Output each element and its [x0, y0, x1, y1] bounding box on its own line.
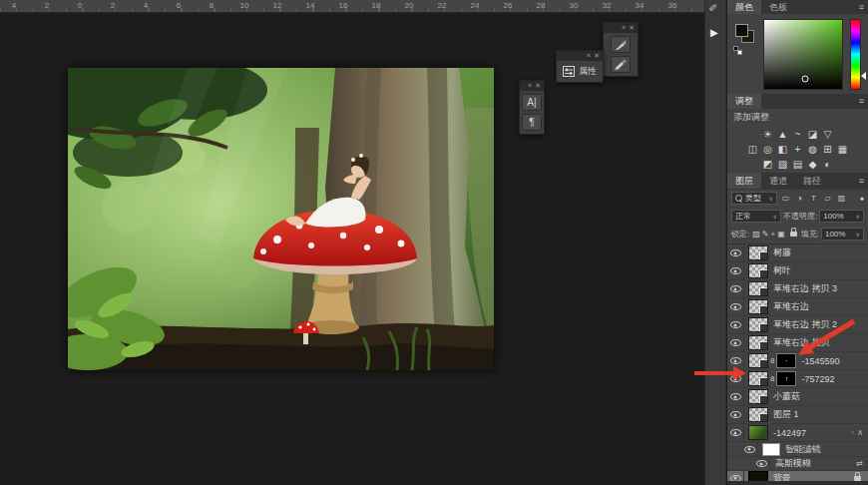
horizontal-ruler[interactable]: 42024681012141618202224262830323436: [0, 0, 704, 13]
visibility-toggle[interactable]: [753, 457, 770, 470]
foreground-color-swatch[interactable]: [735, 24, 748, 37]
blend-mode-select[interactable]: 正常 ∨: [731, 210, 781, 223]
layer-mask-thumbnail[interactable]: ·: [776, 353, 796, 368]
layer-row[interactable]: 高斯模糊⇄: [727, 457, 868, 471]
collapsed-dock-strip[interactable]: ✎ ▶: [704, 0, 726, 485]
visibility-toggle[interactable]: [727, 370, 744, 387]
close-panel-icon[interactable]: ✕: [594, 52, 600, 60]
layer-row[interactable]: -142497◦∧: [727, 424, 868, 442]
visibility-toggle[interactable]: [727, 244, 744, 261]
visibility-toggle[interactable]: [727, 262, 744, 279]
layer-row[interactable]: 小蘑菇: [727, 388, 868, 406]
tab-layers[interactable]: 图层: [727, 173, 761, 189]
layer-thumbnail[interactable]: [748, 263, 768, 278]
filter-pixel-layers-icon[interactable]: ▭: [779, 192, 792, 205]
layer-option-icon[interactable]: ⇄: [856, 459, 863, 468]
visibility-toggle[interactable]: [727, 334, 744, 351]
layer-row[interactable]: 背景: [727, 471, 868, 481]
adjustment-icon[interactable]: ◆: [807, 157, 818, 172]
visibility-toggle[interactable]: [727, 280, 744, 297]
layer-row[interactable]: 草堆右边 拷贝 3: [727, 280, 868, 298]
layer-thumbnail[interactable]: [748, 335, 768, 350]
lock-position-icon[interactable]: +: [771, 230, 776, 239]
layer-row[interactable]: 图层 1: [727, 406, 868, 424]
layer-row[interactable]: 树藤: [727, 244, 868, 262]
tab-adjustments[interactable]: 调整: [727, 94, 761, 109]
layer-thumbnail[interactable]: [748, 353, 768, 368]
close-panel-icon[interactable]: ✕: [629, 24, 635, 32]
panel-menu-icon[interactable]: ≡: [855, 173, 868, 189]
adjustment-icon[interactable]: ◩: [762, 157, 773, 172]
document-area[interactable]: 42024681012141618202224262830323436: [0, 0, 704, 485]
lock-all-icon[interactable]: [790, 232, 797, 237]
opacity-select[interactable]: 100% ∨: [819, 210, 864, 223]
layer-option-icon[interactable]: ◦: [851, 428, 854, 437]
layer-row[interactable]: 8·-1545590: [727, 352, 868, 370]
adjustment-icon[interactable]: ▤: [792, 157, 803, 172]
adjustment-icon[interactable]: ◫: [747, 142, 758, 157]
fill-select[interactable]: 100% ∨: [821, 228, 864, 241]
tab-swatches[interactable]: 色板: [761, 0, 795, 14]
tab-channels[interactable]: 通道: [761, 173, 795, 189]
layer-thumbnail[interactable]: [748, 245, 768, 260]
visibility-toggle[interactable]: [727, 388, 744, 405]
visibility-toggle[interactable]: [727, 471, 744, 481]
tab-paths[interactable]: 路径: [795, 173, 829, 189]
floating-panel-properties[interactable]: « ✕ 属性: [556, 50, 604, 83]
tab-color[interactable]: 颜色: [727, 0, 761, 14]
collapse-panel-icon[interactable]: «: [528, 82, 532, 90]
filter-smart-objects-icon[interactable]: ▥: [835, 192, 848, 205]
layer-thumbnail[interactable]: [748, 471, 768, 482]
paragraph-panel-icon[interactable]: ¶: [522, 114, 542, 131]
visibility-toggle[interactable]: [727, 316, 744, 333]
panel-menu-icon[interactable]: ≡: [855, 94, 868, 109]
hue-slider[interactable]: [850, 19, 861, 90]
link-icon[interactable]: 8: [770, 374, 774, 383]
collapse-panel-icon[interactable]: «: [622, 24, 626, 32]
layer-row[interactable]: 8↑-757292: [727, 370, 868, 388]
adjustment-icon[interactable]: ▦: [837, 142, 848, 157]
layer-thumbnail[interactable]: [762, 443, 780, 456]
visibility-toggle[interactable]: [727, 298, 744, 315]
default-colors-icon[interactable]: [733, 46, 742, 55]
pen-tool-icon[interactable]: ✎: [707, 3, 720, 12]
layer-thumbnail[interactable]: [748, 317, 768, 332]
layer-row[interactable]: 草堆右边 拷贝: [727, 334, 868, 352]
visibility-toggle[interactable]: [727, 352, 744, 369]
hue-slider-handle[interactable]: [861, 72, 866, 80]
expand-panels-icon[interactable]: ▶: [710, 27, 718, 38]
lock-paint-icon[interactable]: ✎: [762, 230, 769, 239]
brush-settings-icon[interactable]: [611, 36, 631, 53]
layer-row[interactable]: 草堆右边: [727, 298, 868, 316]
brushes-icon[interactable]: [611, 56, 631, 73]
layer-filter-toggle[interactable]: ●: [860, 195, 864, 202]
lock-artboard-icon[interactable]: ▣: [777, 230, 785, 239]
floating-panel-brush-group[interactable]: « ✕: [603, 22, 639, 77]
layer-thumbnail[interactable]: [748, 371, 768, 386]
layer-thumbnail[interactable]: [748, 281, 768, 296]
layer-thumbnail[interactable]: [748, 389, 768, 404]
layer-thumbnail[interactable]: [748, 425, 768, 440]
panel-menu-icon[interactable]: ≡: [855, 0, 868, 14]
layer-thumbnail[interactable]: [748, 299, 768, 314]
visibility-toggle[interactable]: [727, 424, 744, 441]
lock-transparency-icon[interactable]: ▨: [752, 230, 760, 239]
adjustment-icon[interactable]: ▨: [777, 157, 788, 172]
layer-mask-thumbnail[interactable]: ↑: [776, 371, 796, 386]
filter-kind-select[interactable]: 类型 ∨: [731, 192, 777, 205]
filter-adjustment-layers-icon[interactable]: ◑: [793, 192, 806, 205]
layer-row[interactable]: 智能滤镜: [727, 442, 868, 457]
canvas-image[interactable]: [68, 68, 494, 370]
adjustment-icon[interactable]: ◐: [822, 157, 833, 172]
visibility-toggle[interactable]: [727, 406, 744, 423]
saturation-brightness-field[interactable]: [763, 19, 843, 90]
character-panel-icon[interactable]: A|: [522, 94, 542, 111]
collapse-panel-icon[interactable]: «: [587, 52, 591, 60]
properties-panel-button[interactable]: 属性: [557, 61, 603, 82]
visibility-toggle[interactable]: [741, 442, 758, 456]
layer-row[interactable]: 树叶: [727, 262, 868, 280]
link-icon[interactable]: 8: [770, 356, 774, 365]
layer-option-icon[interactable]: ∧: [857, 428, 863, 437]
layer-row[interactable]: 草堆右边 拷贝 2: [727, 316, 868, 334]
close-panel-icon[interactable]: ✕: [535, 82, 541, 90]
